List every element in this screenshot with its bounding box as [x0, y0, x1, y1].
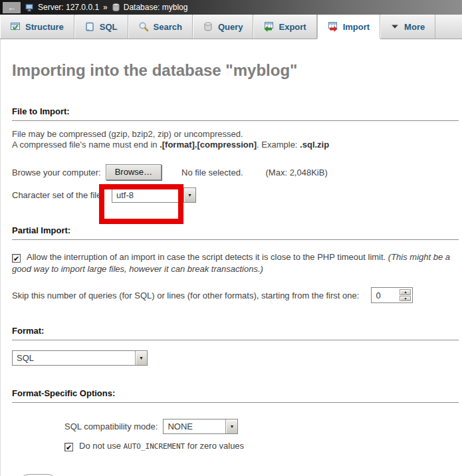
charset-label: Character set of the file:	[12, 190, 104, 200]
tab-query[interactable]: Query	[193, 15, 254, 39]
tab-export[interactable]: Export	[253, 15, 316, 39]
server-icon	[25, 3, 35, 13]
tab-import[interactable]: Import	[317, 15, 380, 39]
sql-compat-row: SQL compatibility mode: NONE ▼	[64, 419, 462, 434]
tab-more[interactable]: More	[380, 15, 435, 39]
format-selected-value: SQL	[13, 351, 135, 365]
tab-search[interactable]: Search	[128, 15, 193, 39]
zero-values-option: Do not use AUTO_INCREMENT for zero value…	[64, 441, 462, 451]
dropdown-arrow-icon[interactable]: ▼	[183, 188, 195, 202]
breadcrumb-server[interactable]: Server: 127.0.0.1	[25, 3, 99, 13]
charset-selected-value: utf-8	[112, 188, 183, 202]
section-heading-file-to-import: File to Import:	[12, 106, 459, 121]
format-pattern: .[format].[compression]	[160, 140, 257, 150]
browse-label: Browse your computer:	[12, 168, 101, 178]
browse-button[interactable]: Browse…	[106, 164, 162, 180]
interrupt-option: Allow the interruption of an import in c…	[12, 251, 455, 275]
database-icon	[112, 3, 120, 12]
interrupt-checkbox[interactable]	[12, 254, 21, 263]
zero-values-checkbox[interactable]	[64, 443, 73, 451]
skip-queries-row: Skip this number of queries (for SQL) or…	[12, 287, 462, 303]
tab-structure[interactable]: Structure	[0, 15, 74, 39]
tab-search-label: Search	[154, 22, 182, 32]
breadcrumb-separator: »	[103, 3, 108, 12]
max-upload-size: (Max: 2,048KiB)	[266, 168, 328, 178]
tab-import-label: Import	[343, 22, 370, 32]
breadcrumb-bar: ← Server: 127.0.0.1 » Database: myblog	[0, 0, 462, 15]
tab-sql[interactable]: SQL	[74, 15, 128, 39]
tab-sql-label: SQL	[100, 22, 118, 32]
charset-select[interactable]: utf-8 ▼	[112, 187, 196, 203]
dropdown-arrow-icon[interactable]: ▼	[225, 419, 237, 433]
tab-query-label: Query	[218, 22, 243, 32]
back-arrow-icon: ←	[7, 3, 16, 12]
auto-increment-code: AUTO_INCREMENT	[124, 442, 185, 451]
example-value: .sql.zip	[300, 140, 329, 150]
format-select[interactable]: SQL ▼	[12, 350, 148, 366]
section-heading-format-specific: Format-Specific Options:	[12, 388, 459, 403]
tab-export-label: Export	[279, 22, 306, 32]
back-button[interactable]: ←	[3, 2, 21, 13]
example-label: . Example:	[257, 140, 300, 150]
sql-compat-selected-value: NONE	[164, 419, 225, 433]
search-icon	[138, 21, 149, 32]
import-page: Importing into the database "myblog" Fil…	[0, 39, 462, 476]
structure-icon	[10, 21, 21, 32]
breadcrumb-server-label[interactable]: Server: 127.0.0.1	[38, 3, 99, 12]
skip-queries-label: Skip this number of queries (for SQL) or…	[12, 291, 359, 300]
compression-note: File may be compressed (gzip, bzip2, zip…	[12, 129, 462, 150]
no-file-selected-text: No file selected.	[181, 168, 243, 178]
compression-note-line1: File may be compressed (gzip, bzip2, zip…	[12, 129, 243, 139]
breadcrumb-database[interactable]: Database: myblog	[112, 3, 188, 12]
browse-row: Browse your computer: Browse… No file se…	[12, 164, 462, 180]
dropdown-arrow-icon[interactable]: ▼	[135, 351, 147, 365]
section-heading-format: Format:	[12, 326, 459, 340]
tab-bar: Structure SQL Search Query Export	[0, 15, 462, 39]
sql-compat-select[interactable]: NONE ▼	[163, 419, 238, 434]
breadcrumb-database-label[interactable]: Database: myblog	[124, 3, 188, 12]
tab-bar-filler	[435, 15, 462, 39]
zero-values-label: Do not use	[79, 441, 124, 451]
tab-more-label: More	[404, 22, 425, 32]
import-icon	[328, 21, 338, 32]
skip-queries-input[interactable]: 0 ▲ ▼	[371, 287, 413, 303]
spinner-down-icon[interactable]: ▼	[400, 296, 411, 302]
compression-note-line2: A compressed file's name must end in	[12, 140, 160, 150]
chevron-down-icon	[390, 22, 400, 31]
zero-values-label-suffix: for zero values	[185, 441, 244, 451]
page-title: Importing into the database "myblog"	[12, 39, 462, 80]
query-icon	[203, 21, 213, 32]
export-icon	[263, 21, 274, 32]
section-heading-partial-import: Partial Import:	[12, 225, 459, 240]
sql-compat-label: SQL compatibility mode:	[64, 421, 158, 431]
sql-icon	[84, 21, 95, 32]
spinner-buttons: ▲ ▼	[400, 289, 411, 301]
spinner-up-icon[interactable]: ▲	[400, 289, 411, 295]
charset-row: Character set of the file: utf-8 ▼	[12, 187, 462, 203]
interrupt-label: Allow the interruption of an import in c…	[27, 252, 388, 262]
skip-queries-value: 0	[373, 289, 400, 301]
tab-structure-label: Structure	[25, 22, 64, 32]
